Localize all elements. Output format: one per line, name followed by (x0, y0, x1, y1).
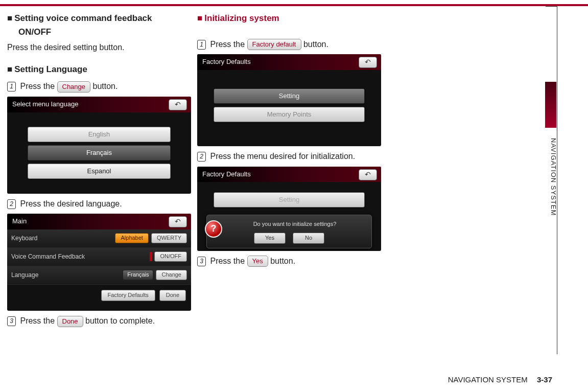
step-number-3: 3 (197, 257, 206, 266)
panel-title: Factory Defaults (197, 54, 381, 70)
confirm-yes-button[interactable]: Yes (254, 233, 286, 244)
step-number-3: 3 (7, 316, 16, 326)
step-text: Press the (210, 40, 245, 49)
panel-title: Select menu language (7, 97, 191, 112)
language-value: Français (123, 270, 153, 280)
step-number-2: 2 (197, 152, 206, 162)
fd-option-memory-points[interactable]: Memory Points (214, 107, 365, 122)
step-number-1: 1 (7, 82, 16, 91)
screenshot-select-language: Select menu language ↶ English Français … (7, 97, 191, 194)
step-text: Press the (210, 257, 245, 265)
step-text: button. (93, 82, 118, 90)
row-label: Keyboard (11, 234, 115, 243)
factory-default-button[interactable]: Factory default (247, 39, 301, 50)
factory-defaults-button[interactable]: Factory Defaults (101, 290, 155, 301)
row-label: Voice Command Feedback (11, 253, 150, 261)
row-keyboard: Keyboard Alphabet QWERTY (7, 230, 191, 248)
back-icon[interactable]: ↶ (359, 57, 377, 68)
footer-page-number: 3-37 (537, 375, 552, 384)
square-bullet-icon: ■ (7, 13, 12, 23)
step-2-pick-language: 2 Press the desired language. (7, 198, 191, 210)
row-label: Language (11, 271, 123, 280)
step-text: Press the (20, 82, 55, 90)
screenshot-factory-defaults-confirm: Factory Defaults ↶ Setting ? Do you want… (197, 167, 381, 251)
onoff-label: ON/OFF (154, 251, 187, 262)
square-bullet-icon: ■ (197, 13, 202, 23)
step-3-yes: 3 Press the Yes button. (197, 255, 381, 267)
step-3-done: 3 Press the Done button to complete. (7, 315, 191, 327)
step-text: button. (303, 40, 328, 49)
fd-option-setting[interactable]: Setting (214, 88, 365, 104)
step-text: Press the desired language. (20, 199, 122, 208)
confirm-message: Do you want to initialize settings? (212, 218, 366, 233)
row-voice-feedback: Voice Command Feedback ON/OFF (7, 248, 191, 266)
heading-initializing-system: ■Initializing system (197, 12, 381, 25)
page-footer: NAVIGATION SYSTEM 3-37 (448, 375, 552, 384)
done-button[interactable]: Done (159, 290, 186, 301)
back-icon[interactable]: ↶ (169, 99, 187, 110)
fd-option-setting-dimmed: Setting (214, 192, 365, 208)
heading-voice-feedback: ■Setting voice command feedback (7, 12, 191, 25)
screenshot-main-settings: Main ↶ Keyboard Alphabet QWERTY Voice Co… (7, 214, 191, 311)
side-tab-gradient (545, 82, 556, 128)
change-button[interactable]: Change (57, 81, 91, 93)
footer-section: NAVIGATION SYSTEM (448, 375, 528, 384)
done-button-pill[interactable]: Done (57, 316, 83, 327)
square-bullet-icon: ■ (7, 64, 12, 74)
language-option-english[interactable]: English (28, 127, 171, 142)
step-text: Press the (20, 316, 55, 325)
step-text: button to complete. (85, 316, 155, 325)
heading-voice-feedback-line2: ON/OFF (7, 26, 191, 39)
step-1-factory-default: 1 Press the Factory default button. (197, 38, 381, 51)
step-text: Press the menu desired for initializatio… (210, 152, 355, 160)
keyboard-option-qwerty[interactable]: QWERTY (151, 233, 187, 243)
confirm-no-button[interactable]: No (293, 233, 324, 244)
heading-text: Setting voice command feedback (14, 13, 152, 23)
row-language: Language Français Change (7, 266, 191, 285)
step-text: button. (270, 257, 295, 265)
screenshot-factory-defaults-menu: Factory Defaults ↶ Setting Memory Points (197, 54, 381, 146)
change-language-button[interactable]: Change (156, 270, 187, 280)
keyboard-option-alphabet[interactable]: Alphabet (115, 233, 148, 243)
back-icon[interactable]: ↶ (169, 216, 187, 227)
confirm-dialog: ? Do you want to initialize settings? Ye… (206, 215, 372, 248)
heading-text: Initializing system (204, 13, 279, 23)
voice-feedback-instruction: Press the desired setting button. (7, 41, 191, 53)
panel-title: Main (7, 214, 191, 230)
indicator-bar-icon (150, 252, 152, 261)
language-option-francais[interactable]: Français (28, 145, 171, 160)
heading-setting-language: ■Setting Language (7, 63, 191, 76)
step-number-2: 2 (7, 199, 16, 209)
voice-onoff-toggle[interactable]: ON/OFF (150, 251, 187, 262)
panel-title: Factory Defaults (197, 167, 381, 182)
step-number-1: 1 (197, 40, 206, 50)
language-option-espanol[interactable]: Espanol (28, 164, 171, 179)
yes-button-pill[interactable]: Yes (247, 256, 268, 267)
step-1-change: 1 Press the Change button. (7, 80, 191, 93)
side-tab-label: NAVIGATION SYSTEM (546, 138, 557, 216)
top-accent-bar (0, 4, 588, 6)
heading-text: Setting Language (14, 64, 87, 74)
back-icon[interactable]: ↶ (359, 169, 377, 180)
step-2-pick-menu: 2 Press the menu desired for initializat… (197, 150, 381, 162)
